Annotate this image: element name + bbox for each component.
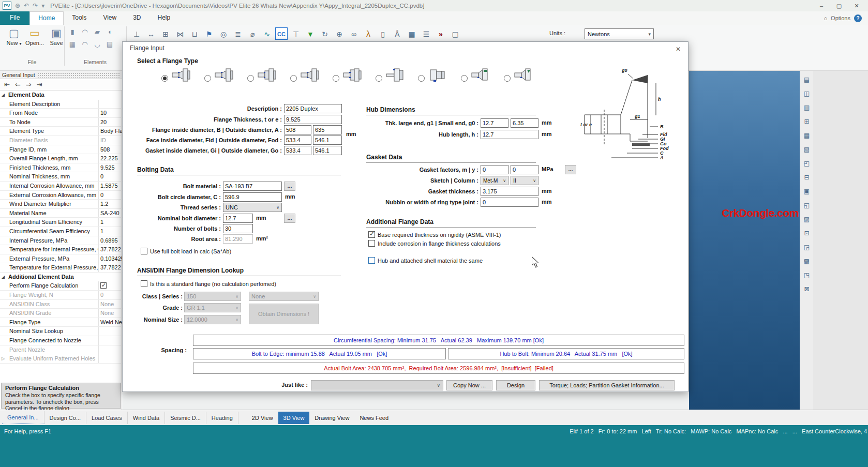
grid-add-icon[interactable]: ⊞: [159, 27, 172, 40]
table-row[interactable]: From Node10: [0, 109, 122, 118]
quick-access-caret-icon[interactable]: ▾: [41, 2, 44, 9]
side-tool-icon-4[interactable]: ⊞: [802, 117, 812, 126]
side-tool-icon-6[interactable]: ▧: [802, 145, 812, 154]
table-row[interactable]: Circumferential Seam Efficiency1: [0, 227, 122, 236]
inside-diameter-b-input[interactable]: [284, 125, 311, 134]
table-row[interactable]: Longitudinal Seam Efficiency1: [0, 218, 122, 227]
property-value[interactable]: 508: [99, 145, 122, 154]
head-element-icon[interactable]: ◖: [104, 26, 115, 37]
sync-icon[interactable]: ⊛: [15, 2, 20, 9]
table-row[interactable]: Nominal Thickness, mm0: [0, 172, 122, 182]
top-head-element-icon[interactable]: ◠: [80, 39, 90, 49]
table-row[interactable]: Evaluate Uniform Patterned Holes: [0, 354, 122, 364]
tab-load-cases[interactable]: Load Cases: [86, 412, 128, 424]
side-tool-icon-12[interactable]: ⊡: [802, 229, 812, 238]
property-value[interactable]: 0: [99, 172, 122, 181]
open-button[interactable]: ▭ Open...: [25, 26, 44, 46]
nominal-bolt-browse-button[interactable]: ...: [284, 214, 295, 223]
table-row[interactable]: Overall Flange Length, mm22.225: [0, 154, 122, 163]
side-tool-icon-16[interactable]: ⊠: [802, 284, 812, 294]
side-tool-icon-9[interactable]: ▣: [802, 187, 812, 196]
number-of-bolts-input[interactable]: [223, 224, 253, 233]
help-icon[interactable]: ?: [854, 14, 862, 22]
table-row[interactable]: External Pressure, MPa0.103425: [0, 254, 122, 264]
menu-icon[interactable]: ☰: [420, 27, 432, 40]
copy-now-button[interactable]: Copy Now ...: [446, 380, 492, 390]
tab-general-input[interactable]: General In...: [2, 411, 44, 424]
property-value[interactable]: 0: [99, 191, 122, 200]
3d-view-pane[interactable]: CrkDongle.com: [689, 71, 800, 410]
property-value[interactable]: 37.7822: [99, 263, 122, 272]
perform-flange-calc-checkbox[interactable]: [100, 282, 107, 289]
table-row[interactable]: Temperature for External Pressure, C37.7…: [0, 263, 122, 273]
side-tool-icon-15[interactable]: ◳: [802, 270, 812, 280]
lambda-icon[interactable]: λ: [362, 27, 375, 40]
property-value[interactable]: 1: [99, 227, 122, 236]
tee-icon[interactable]: ⊤: [290, 27, 302, 40]
tab-file[interactable]: File: [0, 11, 29, 25]
flange-type-radio-4[interactable]: [290, 75, 297, 82]
tab-heading[interactable]: Heading: [206, 412, 238, 424]
property-value[interactable]: [99, 336, 122, 345]
corrosion-checkbox[interactable]: [368, 240, 375, 247]
side-tool-icon-1[interactable]: ▤: [802, 75, 812, 84]
dialog-close-icon[interactable]: ✕: [672, 44, 684, 54]
flange-type-radio-7[interactable]: [418, 75, 425, 82]
funnel-icon[interactable]: ▼: [304, 27, 317, 40]
tab-3d-view[interactable]: 3D View: [278, 412, 310, 424]
table-row[interactable]: To Node20: [0, 118, 122, 127]
side-tool-icon-10[interactable]: ◱: [802, 201, 812, 210]
property-value[interactable]: 10: [99, 109, 122, 117]
tab-drawing-view[interactable]: Drawing View: [309, 412, 354, 424]
options-button[interactable]: Options: [831, 15, 850, 21]
property-value[interactable]: 1: [99, 218, 122, 227]
side-tool-icon-14[interactable]: ▩: [802, 257, 812, 266]
bolt-material-browse-button[interactable]: ...: [284, 182, 295, 191]
elbow-element-icon[interactable]: ◠: [80, 26, 90, 37]
gasket-browse-button[interactable]: ...: [565, 165, 576, 174]
maximize-button[interactable]: ▢: [830, 1, 848, 11]
hub-g0-input[interactable]: [511, 118, 538, 128]
weld-seam-icon[interactable]: ⋈: [174, 27, 186, 40]
zoom-icon[interactable]: ⊕: [333, 27, 346, 40]
property-value[interactable]: [99, 100, 122, 109]
tab-3d[interactable]: 3D: [125, 11, 149, 25]
ring-icon[interactable]: ◎: [217, 27, 230, 40]
anchor-icon[interactable]: Å: [391, 27, 403, 40]
table-row[interactable]: Material NameSA-240: [0, 209, 122, 218]
bolt-material-input[interactable]: [223, 182, 282, 191]
table-row[interactable]: External Corrosion Allowance, mm0: [0, 191, 122, 200]
next-element-icon[interactable]: ⇒: [26, 81, 32, 88]
gasket-y-input[interactable]: [511, 165, 538, 174]
plate-icon[interactable]: ▯: [377, 27, 389, 40]
rotate-icon[interactable]: ↻: [319, 27, 331, 40]
home-icon[interactable]: ⌂: [824, 15, 827, 21]
tab-tools[interactable]: Tools: [64, 11, 95, 25]
section-element-data[interactable]: Element Data: [0, 91, 122, 100]
property-value[interactable]: 1.2: [99, 200, 122, 208]
flange-type-radio-8[interactable]: [461, 75, 468, 82]
flange-type-radio-2[interactable]: [204, 75, 211, 82]
property-value[interactable]: SA-240: [99, 209, 122, 218]
tab-wind-data[interactable]: Wind Data: [128, 412, 165, 424]
design-button[interactable]: Design: [496, 380, 535, 390]
property-value[interactable]: 1.5875: [99, 182, 122, 190]
close-button[interactable]: ✕: [848, 1, 865, 11]
plate-element-icon[interactable]: ▤: [104, 39, 115, 49]
property-value[interactable]: 22.225: [99, 154, 122, 163]
standard-flange-checkbox[interactable]: [141, 280, 147, 287]
tab-news-feed[interactable]: News Feed: [354, 412, 394, 424]
doc-icon[interactable]: ▢: [449, 27, 461, 40]
table-row[interactable]: Element TypeBody Fla: [0, 127, 122, 136]
first-element-icon[interactable]: ⇤: [4, 81, 10, 88]
flag-icon[interactable]: ⚑: [203, 27, 215, 40]
property-value[interactable]: [99, 327, 122, 336]
side-tool-icon-8[interactable]: ⊟: [802, 173, 812, 182]
side-tool-icon-2[interactable]: ◫: [802, 89, 812, 98]
table-row[interactable]: Element Description: [0, 100, 122, 109]
link-icon[interactable]: ∞: [348, 27, 360, 40]
resize-width-icon[interactable]: ↔: [145, 27, 157, 40]
cone-element-icon[interactable]: ▰: [92, 26, 102, 37]
cylinder-element-icon[interactable]: ▮: [67, 26, 78, 37]
property-value[interactable]: Weld Ne: [99, 318, 122, 327]
